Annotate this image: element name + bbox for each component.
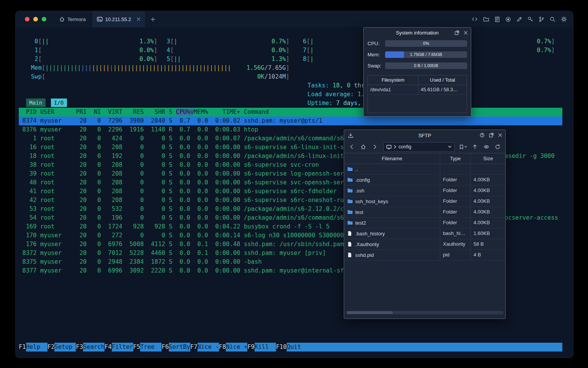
file-row[interactable]: test Folder 4.00KB: [344, 207, 505, 218]
file-name: test: [355, 207, 363, 217]
function-key[interactable]: F7Nice -: [190, 343, 219, 352]
function-key[interactable]: F10Quit: [276, 343, 308, 352]
back-icon[interactable]: [347, 142, 356, 151]
file-name: .ssh: [355, 186, 364, 196]
edit-icon[interactable]: [516, 16, 522, 22]
file-name: sshd.pid: [355, 250, 374, 260]
bookmark-icon[interactable]: [459, 142, 468, 151]
horizontal-scrollbar[interactable]: [346, 311, 503, 314]
file-type-icon: [347, 252, 353, 258]
function-key[interactable]: F1Help: [19, 343, 47, 352]
key-icon[interactable]: [528, 16, 533, 22]
function-key[interactable]: F2Setup: [47, 343, 76, 352]
file-row[interactable]: .Xauthority Xauthority 58 B: [344, 239, 505, 250]
process-row[interactable]: 8374 myuser 20 0 7296 3980 2840 S 0.7 0.…: [19, 117, 562, 125]
file-row[interactable]: .ssh Folder 4.00KB: [344, 186, 505, 196]
memory-meter: Mem[||||||||||||||||||||||||||||||||||||…: [31, 64, 289, 72]
close-icon[interactable]: [464, 31, 468, 35]
download-icon[interactable]: [348, 130, 353, 141]
file-type-icon: [347, 188, 353, 194]
help-icon[interactable]: [480, 133, 485, 138]
code-icon[interactable]: [472, 16, 478, 22]
filesystem-row[interactable]: /dev/vda1 45.61GB / 58.3…: [368, 85, 467, 95]
file-name: .Xauthority: [355, 240, 379, 250]
sort-column-cpu[interactable]: CPU%▽: [176, 108, 194, 115]
file-size: 4.00KB: [471, 207, 505, 217]
file-size: 4.00KB: [471, 186, 505, 196]
terminal-icon: [97, 16, 103, 22]
sysinfo-title: System information: [396, 30, 438, 36]
memory-value: 1.56G/7.65G: [247, 64, 286, 72]
tab-termora-home[interactable]: Termora: [53, 11, 92, 27]
home-icon[interactable]: [359, 142, 368, 151]
sftp-titlebar: SFTP: [344, 130, 505, 141]
resource-meter-row: CPU: 0%: [364, 38, 471, 49]
file-name: .config: [355, 175, 370, 185]
file-row[interactable]: sshd.pid pid 4 B: [344, 250, 505, 261]
resource-progress-bar: 0 B / 1.00GB: [385, 62, 467, 69]
resource-meter-row: Swap: 0 B / 1.00GB: [364, 60, 471, 71]
file-type: Folder: [440, 196, 471, 207]
open-in-window-icon[interactable]: [489, 133, 494, 138]
refresh-icon[interactable]: [493, 142, 502, 151]
file-row[interactable]: ..: [344, 164, 505, 175]
up-directory-icon[interactable]: [470, 142, 479, 151]
process-table-header[interactable]: PID USER PRI NI VIRT RES SHR S CPU%▽MEM%…: [19, 108, 562, 117]
function-key[interactable]: F4Filter: [105, 343, 133, 352]
file-type: [440, 164, 471, 174]
forward-icon[interactable]: [370, 142, 379, 151]
file-name: test2: [355, 218, 366, 228]
file-type: pid: [440, 250, 471, 260]
column-filename[interactable]: Filename: [344, 153, 440, 164]
file-size: 4.00KB: [471, 196, 505, 207]
file-row[interactable]: test2 Folder 4.00KB: [344, 218, 505, 228]
log-icon[interactable]: [495, 16, 500, 22]
sftp-title: SFTP: [418, 133, 431, 138]
sysinfo-titlebar: System information: [364, 28, 471, 38]
function-key[interactable]: F6SortBy: [162, 343, 190, 352]
htop-tab-main[interactable]: Main: [26, 99, 46, 107]
cpu-meter: 2[0.0%]: [31, 55, 157, 64]
file-size: [471, 164, 505, 174]
path-breadcrumb[interactable]: config: [383, 142, 455, 152]
file-type: Folder: [440, 175, 471, 185]
close-tab-icon[interactable]: [137, 17, 140, 21]
app-window: Termora 10.211.55.2: [15, 11, 573, 358]
close-window-button[interactable]: [25, 17, 29, 21]
file-row[interactable]: .config Folder 4.00KB: [344, 175, 505, 186]
record-icon[interactable]: [505, 16, 511, 22]
function-key-bar: F1HelpF2SetupF3SearchF4FilterF5TreeF6Sor…: [19, 343, 562, 352]
minimize-window-button[interactable]: [33, 17, 38, 21]
htop-tab-io[interactable]: I/O: [51, 99, 67, 107]
file-row[interactable]: ssh_host_keys Folder 4.00KB: [344, 196, 505, 207]
plus-icon: [150, 17, 155, 22]
function-key[interactable]: F9Kill: [247, 343, 276, 352]
open-in-window-icon[interactable]: [454, 30, 459, 35]
resource-progress-bar: 0%: [385, 40, 467, 47]
new-tab-button[interactable]: [145, 11, 160, 27]
file-type-icon: [347, 177, 353, 183]
file-table-header: Filename Type Size: [344, 153, 505, 164]
column-type[interactable]: Type: [440, 153, 471, 164]
column-size[interactable]: Size: [471, 153, 505, 164]
file-type: Xauthority: [440, 239, 471, 250]
function-key[interactable]: F8Nice +: [219, 343, 248, 352]
settings-icon[interactable]: [561, 16, 567, 22]
close-icon[interactable]: [498, 133, 502, 137]
function-key[interactable]: F5Tree: [133, 343, 162, 352]
folder-icon[interactable]: [483, 16, 489, 22]
zoom-window-button[interactable]: [42, 17, 46, 21]
branch-icon[interactable]: [539, 16, 544, 22]
file-size: 4.00KB: [471, 175, 505, 185]
file-row[interactable]: .bash_history bash_hi… 1.60KB: [344, 228, 505, 239]
cpu-meter: 3[|0.7%]: [163, 37, 289, 46]
function-key[interactable]: F3Search: [76, 343, 105, 352]
file-rows: .. .config Fol: [344, 164, 505, 261]
chevron-down-icon[interactable]: [448, 145, 452, 148]
file-type-icon: [347, 231, 353, 237]
show-hidden-eye-icon[interactable]: [482, 142, 491, 151]
tab-session[interactable]: 10.211.55.2: [92, 11, 146, 27]
search-icon[interactable]: [550, 16, 555, 22]
scrollbar-thumb[interactable]: [347, 311, 393, 314]
file-name: ..: [355, 164, 358, 174]
